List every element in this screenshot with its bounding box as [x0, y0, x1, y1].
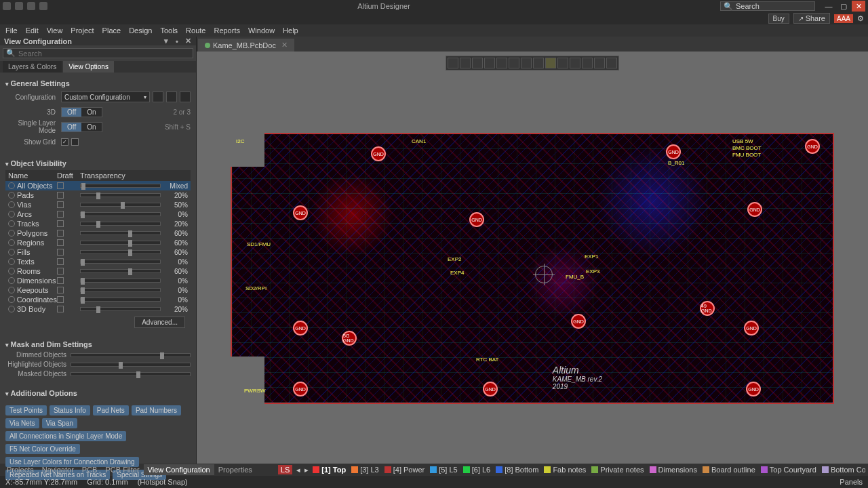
- gnd-pad[interactable]: GND: [483, 382, 498, 396]
- layer-item[interactable]: [6] L6: [463, 466, 491, 474]
- config-save-icon[interactable]: [166, 92, 177, 102]
- tab-layers-colors[interactable]: Layers & Colors: [3, 61, 62, 73]
- panel-dropdown-icon[interactable]: ▾: [162, 37, 170, 45]
- transparency-slider[interactable]: [80, 279, 161, 283]
- activebar-tool-icon[interactable]: [594, 58, 605, 68]
- draft-checkbox[interactable]: [57, 182, 64, 189]
- menu-place[interactable]: Place: [102, 26, 121, 35]
- panel-search[interactable]: 🔍 Search: [3, 48, 193, 58]
- advanced-button[interactable]: Advanced...: [134, 317, 185, 328]
- minimize-button[interactable]: —: [822, 1, 835, 12]
- gnd-pad[interactable]: GND: [747, 202, 762, 217]
- mask-slider[interactable]: [71, 353, 191, 357]
- layer-item[interactable]: Private notes: [591, 466, 644, 474]
- document-tab[interactable]: Kame_MB.PcbDoc ✕: [198, 39, 294, 52]
- tab-view-options[interactable]: View Options: [63, 61, 114, 73]
- menu-edit[interactable]: Edit: [26, 26, 39, 35]
- close-button[interactable]: ✕: [852, 1, 865, 12]
- option-chip[interactable]: Via Span: [42, 418, 77, 428]
- objvis-row[interactable]: Arcs 0%: [5, 209, 191, 219]
- visibility-toggle-icon[interactable]: [8, 192, 15, 199]
- draft-checkbox[interactable]: [57, 220, 64, 227]
- objvis-row[interactable]: Pads 20%: [5, 190, 191, 200]
- configuration-dropdown[interactable]: Custom Configuration: [61, 92, 150, 102]
- objvis-row[interactable]: All Objects Mixed: [5, 181, 191, 190]
- transparency-slider[interactable]: [80, 231, 161, 235]
- activebar-tool-icon[interactable]: [484, 58, 495, 68]
- draft-checkbox[interactable]: [57, 268, 64, 274]
- layer-item[interactable]: Dimensions: [650, 466, 697, 474]
- visibility-toggle-icon[interactable]: [8, 249, 15, 256]
- share-button[interactable]: ↗ Share: [793, 13, 830, 24]
- draft-checkbox[interactable]: [57, 287, 64, 293]
- menu-design[interactable]: Design: [129, 26, 152, 35]
- objvis-row[interactable]: Tracks 20%: [5, 219, 191, 228]
- layer-item[interactable]: Bottom Courtyard: [822, 466, 865, 474]
- visibility-toggle-icon[interactable]: [8, 182, 15, 189]
- visibility-toggle-icon[interactable]: [8, 239, 15, 246]
- layer-item[interactable]: [5] L5: [430, 466, 458, 474]
- menu-tools[interactable]: Tools: [160, 26, 178, 35]
- gnd-pad[interactable]: GND: [469, 212, 484, 227]
- activebar-tool-icon[interactable]: [521, 58, 532, 68]
- transparency-slider[interactable]: [80, 241, 161, 245]
- menu-reports[interactable]: Reports: [214, 26, 240, 35]
- visibility-toggle-icon[interactable]: [8, 230, 15, 237]
- option-chip[interactable]: F5 Net Color Override: [5, 444, 80, 454]
- config-delete-icon[interactable]: [180, 92, 191, 102]
- activebar-tool-icon[interactable]: [509, 58, 519, 68]
- option-chip[interactable]: Via Nets: [5, 418, 39, 428]
- gnd-pad[interactable]: GND: [805, 139, 820, 154]
- activebar-tool-icon[interactable]: [557, 58, 568, 68]
- transparency-slider[interactable]: [80, 298, 161, 302]
- object-visibility-header[interactable]: Object Visibility: [5, 159, 191, 167]
- visibility-toggle-icon[interactable]: [8, 220, 15, 227]
- layer-item[interactable]: [8] Bottom: [496, 466, 538, 474]
- objvis-row[interactable]: Rooms 60%: [5, 266, 191, 276]
- mask-dim-header[interactable]: Mask and Dim Settings: [5, 340, 191, 348]
- transparency-slider[interactable]: [80, 212, 161, 216]
- gnd-pad[interactable]: GND: [293, 205, 308, 220]
- option-chip[interactable]: Pad Numbers: [132, 405, 181, 415]
- panel-tab[interactable]: PCB Filter: [101, 464, 143, 475]
- maximize-button[interactable]: ▢: [837, 1, 850, 12]
- activebar-tool-icon[interactable]: [545, 58, 556, 68]
- menu-help[interactable]: Help: [283, 26, 298, 35]
- panel-tab[interactable]: PCB: [78, 464, 102, 475]
- gnd-pad[interactable]: GND: [746, 382, 761, 396]
- draft-checkbox[interactable]: [57, 277, 64, 284]
- gnd-pad[interactable]: GND: [666, 144, 681, 159]
- option-chip[interactable]: Test Points: [5, 405, 47, 415]
- visibility-toggle-icon[interactable]: [8, 258, 15, 265]
- transparency-slider[interactable]: [80, 203, 161, 207]
- panel-pin-icon[interactable]: •: [173, 37, 181, 45]
- objvis-row[interactable]: Dimensions 0%: [5, 276, 191, 285]
- layer-item[interactable]: [3] L3: [351, 466, 379, 474]
- panel-close-icon[interactable]: ✕: [184, 37, 192, 45]
- visibility-toggle-icon[interactable]: [8, 277, 15, 284]
- settings-icon[interactable]: ⚙: [857, 14, 864, 23]
- objvis-row[interactable]: Regions 60%: [5, 238, 191, 247]
- visibility-toggle-icon[interactable]: [8, 296, 15, 303]
- menu-window[interactable]: Window: [248, 26, 275, 35]
- user-badge[interactable]: AAA: [834, 14, 853, 23]
- menu-project[interactable]: Project: [71, 26, 94, 35]
- objvis-row[interactable]: Texts 0%: [5, 257, 191, 266]
- draft-checkbox[interactable]: [57, 230, 64, 237]
- additional-options-header[interactable]: Additional Options: [5, 389, 191, 397]
- layer-item[interactable]: [4] Power: [384, 466, 425, 474]
- config-load-icon[interactable]: [153, 92, 163, 102]
- gnd-pad[interactable]: 49 GND: [700, 301, 715, 316]
- draft-checkbox[interactable]: [57, 192, 64, 199]
- layer-item[interactable]: Top Courtyard: [761, 466, 816, 474]
- objvis-row[interactable]: Coordinates 0%: [5, 295, 191, 304]
- draft-checkbox[interactable]: [57, 258, 64, 265]
- app-icon[interactable]: [3, 2, 11, 10]
- objvis-row[interactable]: Keepouts 0%: [5, 285, 191, 295]
- activebar-tool-icon[interactable]: [582, 58, 593, 68]
- option-chip[interactable]: Status Info: [50, 405, 90, 415]
- transparency-slider[interactable]: [80, 250, 161, 254]
- objvis-row[interactable]: Vias 50%: [5, 200, 191, 209]
- layer-next-icon[interactable]: ▸: [304, 466, 309, 474]
- panel-tab[interactable]: View Configuration: [144, 464, 214, 475]
